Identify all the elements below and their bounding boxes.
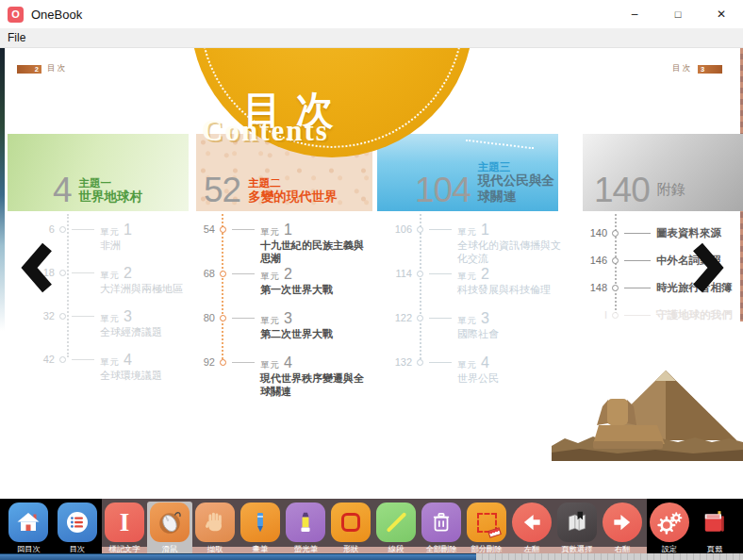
bookmark-book-icon: [695, 502, 735, 542]
page-number: 92: [196, 356, 215, 369]
leader-line: [72, 359, 94, 360]
toc-item[interactable]: 106 單元1 全球化的資訊傳播與文化交流: [377, 223, 562, 268]
leader-line: [429, 229, 452, 230]
toc-item[interactable]: 114 單元2 科技發展與科技倫理: [377, 268, 562, 312]
toc-list-theme3: 106 單元1 全球化的資訊傳播與文化交流 114 單元2 科技發展與科技倫理 …: [377, 223, 562, 401]
toolbar-button-grab[interactable]: 擷取: [192, 502, 238, 555]
minimize-button[interactable]: –: [613, 0, 656, 28]
toolbar-button-pen[interactable]: 畫筆: [238, 502, 283, 555]
bottom-toolbar: 回目次 目次 I 標記文字: [0, 499, 743, 553]
toolbar-button-delete-partial[interactable]: 部分刪除: [464, 502, 509, 555]
leader-line: [624, 315, 651, 316]
page-number: 148: [583, 282, 607, 294]
onebook-window: O OneBook – □ ✕ File 2 目次 目次 3 4 主題一: [0, 0, 743, 560]
page-number: 54: [196, 223, 215, 236]
next-page-arrow[interactable]: [690, 240, 728, 295]
bullet-icon: [220, 359, 226, 366]
leader-line: [429, 318, 452, 319]
page-number: 80: [196, 312, 215, 324]
previous-page-arrow[interactable]: [17, 240, 55, 295]
app-title: OneBook: [31, 8, 82, 22]
toolbar-button-toc[interactable]: 目次: [55, 502, 100, 555]
app-logo-icon: O: [8, 7, 24, 23]
toolbar-button-delete-all[interactable]: 全部刪除: [419, 502, 464, 555]
text-mark-icon: I: [105, 502, 144, 542]
toc-item[interactable]: 132 單元4 世界公民: [377, 356, 562, 401]
maximize-button[interactable]: □: [656, 0, 700, 28]
leader-line: [72, 229, 94, 230]
leader-line: [72, 272, 94, 273]
bullet-icon: [612, 257, 619, 264]
page-number: 132: [377, 356, 412, 369]
menu-file[interactable]: File: [0, 31, 33, 44]
toolbar-button-mark-text[interactable]: I 標記文字: [102, 502, 147, 555]
page-number: 42: [8, 354, 55, 366]
toc-item[interactable]: I 守護地球的我們: [583, 309, 743, 337]
bullet-icon: [59, 226, 66, 233]
page-left-icon: [512, 502, 552, 542]
toolbar-button-bookmarks[interactable]: 頁籤: [692, 502, 737, 555]
page-subtitle: Contents: [202, 114, 329, 148]
leader-line: [232, 318, 255, 319]
hand-grab-icon: [195, 502, 235, 542]
toc-item[interactable]: 122 單元3 國際社會: [377, 312, 562, 356]
partial-erase-icon: [467, 502, 506, 542]
toc-item[interactable]: 42 單元4 全球環境議題: [8, 354, 192, 397]
menu-bar: File: [0, 28, 743, 48]
bottom-edge-right: [476, 553, 743, 560]
toolbar-button-page-right[interactable]: 右翻: [600, 502, 645, 555]
toc-list-theme2: 54 單元1 十九世紀的民族主義與思潮 68 單元2 第一次世界大戰 80 單元…: [196, 223, 375, 401]
bullet-icon: [59, 356, 66, 363]
highlighter-icon: [286, 502, 325, 542]
close-button[interactable]: ✕: [700, 0, 743, 28]
page-number: 106: [377, 223, 412, 236]
title-bar: O OneBook – □ ✕: [0, 0, 743, 28]
leader-line: [232, 362, 255, 363]
toolbar-button-mouse[interactable]: 滑鼠: [147, 502, 192, 555]
bullet-icon: [220, 226, 226, 233]
leader-line: [624, 260, 651, 261]
leader-line: [624, 288, 651, 288]
bullet-icon: [59, 270, 66, 276]
bullet-icon: [612, 312, 619, 319]
toolbar-button-settings[interactable]: 設定: [647, 502, 692, 555]
page-corner-left: 2 目次: [17, 63, 67, 74]
page-content: 2 目次 目次 3 4 主題一 世界地球村 52 主題二 多變的現代世界: [0, 48, 743, 499]
pen-icon: [240, 502, 280, 542]
chevron-right-icon: [690, 240, 728, 295]
toolbar-button-line[interactable]: 線段: [373, 502, 419, 555]
toc-item[interactable]: 80 單元3 第二次世界大戰: [196, 312, 375, 356]
page-picker-icon: [557, 502, 597, 542]
toolbar-button-highlighter[interactable]: 螢光筆: [283, 502, 328, 555]
chevron-left-icon: [17, 240, 55, 295]
toc-list-icon: [58, 502, 97, 542]
page-number: I: [583, 309, 607, 321]
mouse-icon: [150, 502, 190, 542]
bullet-icon: [59, 313, 66, 320]
bullet-icon: [612, 285, 619, 291]
page-number: 140: [583, 227, 607, 239]
page-right-icon: [603, 502, 642, 542]
theme1-header-band: 4 主題一 世界地球村: [8, 134, 189, 211]
toolbar-button-shape[interactable]: 形狀: [328, 502, 373, 555]
bullet-icon: [417, 315, 423, 321]
toolbar-button-back-to-toc[interactable]: 回目次: [6, 502, 51, 555]
toc-item[interactable]: 32 單元3 全球經濟議題: [8, 310, 192, 354]
bottom-edge-left: [0, 553, 476, 560]
page-corner-right: 目次 3: [672, 63, 722, 74]
book-edge-left: [0, 48, 5, 331]
toc-item[interactable]: 54 單元1 十九世紀的民族主義與思潮: [196, 223, 375, 268]
toolbar-button-page-picker[interactable]: 頁數選擇: [554, 502, 600, 555]
bullet-icon: [612, 230, 619, 237]
page-number: 146: [583, 255, 607, 267]
home-icon: [8, 502, 48, 542]
toc-item[interactable]: 92 單元4 現代世界秩序變遷與全球關連: [196, 356, 375, 401]
toc-item[interactable]: 68 單元2 第一次世界大戰: [196, 268, 375, 312]
line-segment-icon: [376, 502, 416, 542]
shape-icon: [331, 502, 371, 542]
bullet-icon: [417, 271, 423, 277]
leader-line: [624, 233, 651, 234]
toolbar-group-left: 回目次 目次: [0, 499, 102, 553]
leader-line: [232, 229, 255, 230]
toolbar-button-page-left[interactable]: 左翻: [509, 502, 554, 555]
